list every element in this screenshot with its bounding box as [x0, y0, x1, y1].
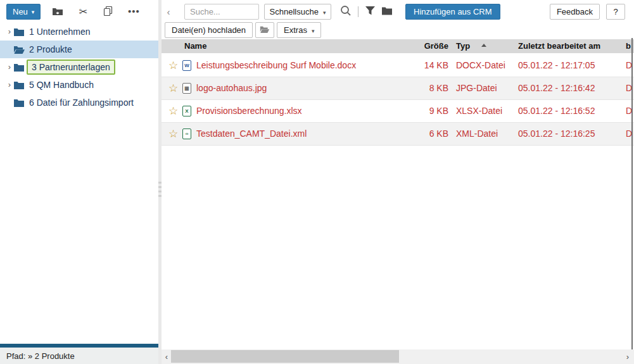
column-header-clipped[interactable]: b	[626, 41, 631, 51]
chevron-right-icon[interactable]: ›	[5, 27, 14, 36]
filter-button[interactable]	[362, 4, 379, 20]
tree-item-label: 2 Produkte	[29, 44, 72, 54]
open-folder-icon	[14, 46, 25, 54]
funnel-icon	[365, 6, 376, 17]
column-header-name[interactable]: Name	[184, 41, 206, 51]
word-file-icon: W	[182, 60, 191, 71]
move-to-folder-button[interactable]	[49, 3, 66, 20]
table-row[interactable]: ☆ W Leistungsbeschreibung Surf Mobile.do…	[162, 54, 634, 77]
chevron-right-icon[interactable]: ›	[5, 80, 14, 89]
folder-icon	[14, 99, 25, 107]
tree-item-label: 1 Unternehmen	[29, 27, 91, 37]
file-table: ☆ W Leistungsbeschreibung Surf Mobile.do…	[162, 54, 634, 146]
file-type: DOCX-Datei	[456, 60, 505, 70]
star-icon[interactable]: ☆	[168, 127, 178, 141]
folder-icon	[14, 28, 25, 36]
folder-view-button[interactable]	[379, 4, 395, 20]
ellipsis-icon: •••	[128, 8, 140, 15]
folder-icon	[14, 63, 25, 72]
extras-dropdown[interactable]: Extras ▾	[277, 22, 321, 38]
chevron-right-icon[interactable]: ›	[5, 63, 14, 72]
file-name-link[interactable]: Testdaten_CAMT_Datei.xml	[196, 129, 307, 139]
chevron-down-icon: ▾	[32, 9, 35, 15]
tree-item-label: 5 QM Handbuch	[29, 80, 94, 90]
feedback-button[interactable]: Feedback	[550, 4, 600, 20]
folder-icon	[14, 81, 25, 89]
xml-file-icon: ‹›	[182, 129, 191, 139]
file-list-panel: ‹ Schnellsuche ▾	[162, 0, 634, 364]
chevron-down-icon: ▾	[312, 28, 315, 34]
folder-icon	[381, 6, 393, 17]
help-button[interactable]: ?	[606, 4, 625, 20]
path-statusbar: Pfad: » 2 Produkte	[0, 348, 158, 364]
cut-button[interactable]: ✂	[75, 3, 91, 20]
table-header: Name Größe Typ Zuletzt bearbeitet am b	[162, 39, 634, 53]
copy-button[interactable]	[100, 3, 117, 20]
quick-search-dropdown[interactable]: Schnellsuche ▾	[264, 4, 331, 20]
upload-toolbar: Datei(en) hochladen Extras ▾	[165, 22, 633, 38]
table-row[interactable]: ☆ X Provisionsberechnung.xlsx 9 KB XLSX-…	[162, 100, 634, 123]
file-modified: 05.01.22 - 12:16:52	[518, 106, 595, 116]
file-modified: 05.01.22 - 12:17:05	[518, 60, 595, 70]
tree-item-produkte[interactable]: 2 Produkte	[0, 41, 158, 58]
search-icon	[340, 5, 352, 18]
file-name-link[interactable]: logo-autohaus.jpg	[196, 83, 267, 93]
file-type: XML-Datei	[456, 129, 498, 139]
column-header-type[interactable]: Typ	[456, 41, 470, 51]
scroll-right-arrow-icon[interactable]: ›	[623, 349, 633, 364]
file-modified: 05.01.22 - 12:16:42	[518, 83, 595, 93]
tree-item-qm-handbuch[interactable]: › 5 QM Handbuch	[0, 76, 158, 94]
image-file-icon: ▦	[182, 83, 191, 94]
upload-files-button[interactable]: Datei(en) hochladen	[165, 22, 253, 38]
excel-file-icon: X	[182, 106, 191, 116]
open-folder-icon	[260, 25, 270, 35]
sort-ascending-icon	[481, 44, 486, 47]
file-size: 6 KB	[396, 129, 448, 139]
search-button[interactable]	[338, 4, 354, 20]
app-window: Neu ▾ ✂ ••• ›	[0, 0, 634, 364]
tree-item-zahlungsimport[interactable]: 6 Datei für Zahlungsimport	[0, 94, 158, 111]
file-modified: 05.01.22 - 12:16:25	[518, 129, 595, 139]
file-size: 9 KB	[396, 106, 448, 116]
star-icon[interactable]: ☆	[168, 82, 178, 95]
folder-arrow-icon	[52, 7, 63, 16]
scissors-icon: ✂	[79, 6, 87, 18]
browse-folder-button[interactable]	[255, 22, 274, 38]
add-from-crm-button[interactable]: Hinzufügen aus CRM	[405, 4, 500, 20]
scroll-left-arrow-icon[interactable]: ‹	[162, 349, 172, 364]
file-type: XLSX-Datei	[456, 106, 502, 116]
star-icon[interactable]: ☆	[168, 104, 178, 118]
tree-item-unternehmen[interactable]: › 1 Unternehmen	[0, 23, 158, 41]
copy-pages-icon	[103, 6, 113, 16]
main-toolbar: ‹ Schnellsuche ▾	[162, 3, 634, 20]
column-header-size[interactable]: Größe	[396, 41, 448, 51]
column-header-modified[interactable]: Zuletzt bearbeitet am	[518, 41, 600, 51]
sidebar: Neu ▾ ✂ ••• ›	[0, 0, 158, 364]
collapse-panel-button[interactable]: ‹	[162, 6, 175, 17]
file-size: 14 KB	[396, 60, 448, 70]
tree-item-partnerunterlagen[interactable]: › 3 Partnerunterlagen	[0, 58, 158, 76]
chevron-down-icon: ▾	[323, 9, 326, 16]
table-row[interactable]: ☆ ‹› Testdaten_CAMT_Datei.xml 6 KB XML-D…	[162, 123, 634, 146]
toolbar-divider	[358, 6, 358, 17]
folder-tree: › 1 Unternehmen 2 Produkte › 3 Partnerun…	[0, 23, 158, 111]
file-size: 8 KB	[396, 83, 448, 93]
panel-right-edge	[631, 38, 633, 349]
tree-item-label: 6 Datei für Zahlungsimport	[29, 97, 134, 108]
file-name-link[interactable]: Leistungsbeschreibung Surf Mobile.docx	[196, 60, 356, 70]
horizontal-scrollbar[interactable]: ‹ ›	[162, 349, 634, 364]
sidebar-toolbar: Neu ▾ ✂ •••	[0, 0, 158, 23]
file-name-link[interactable]: Provisionsberechnung.xlsx	[196, 106, 302, 116]
scrollbar-thumb[interactable]	[171, 350, 399, 363]
more-options-button[interactable]: •••	[125, 3, 142, 20]
search-input[interactable]	[184, 4, 259, 20]
file-type: JPG-Datei	[456, 83, 497, 93]
table-row[interactable]: ☆ ▦ logo-autohaus.jpg 8 KB JPG-Datei 05.…	[162, 77, 634, 100]
star-icon[interactable]: ☆	[168, 59, 178, 72]
new-button[interactable]: Neu ▾	[6, 4, 41, 20]
tree-item-label-highlighted: 3 Partnerunterlagen	[27, 60, 115, 75]
new-button-label: Neu	[13, 7, 28, 16]
